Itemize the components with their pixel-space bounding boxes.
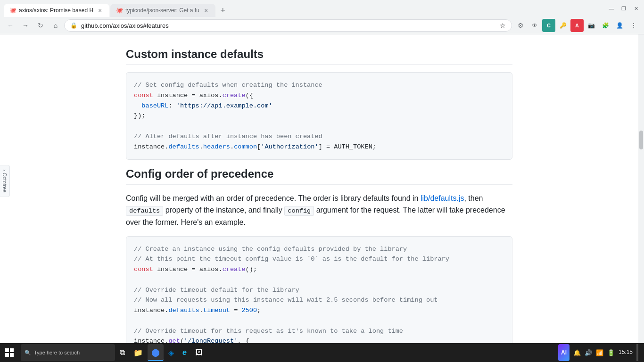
code-prop-4: common xyxy=(234,143,257,150)
browser-toolbar: ← → ↻ ⌂ 🔒 github.com/axios/axios#feature… xyxy=(0,17,644,34)
clock-time: 15:15 xyxy=(619,349,633,355)
para-text-1: Config will be merged with an order of p… xyxy=(126,194,421,202)
ext-icon-6[interactable]: 🧩 xyxy=(599,19,612,32)
scrollbar[interactable] xyxy=(638,34,644,355)
profile-button[interactable]: 👤 xyxy=(613,19,626,32)
tabs-area: 🐙 axios/axios: Promise based H ✕ 🐙 typic… xyxy=(4,4,607,17)
battery-icon: 🔋 xyxy=(607,349,615,355)
start-button[interactable] xyxy=(0,343,19,355)
search-icon: 🔍 xyxy=(25,350,31,355)
taskbar-vscode[interactable]: ◈ xyxy=(165,344,178,355)
window-controls: — ❐ ✕ xyxy=(607,4,640,16)
code2-kw-1: const xyxy=(134,266,153,273)
code2-cmt-3: // Override timeout default for the libr… xyxy=(134,287,299,294)
code2-cmt-4: // Now all requests using this instance … xyxy=(134,296,438,304)
code-pre-2: // Create an instance using the config d… xyxy=(134,244,504,355)
volume-icon[interactable]: 🔊 xyxy=(585,349,592,355)
ext-icon-1[interactable]: 👁 xyxy=(528,19,541,32)
browser-tab-1[interactable]: 🐙 axios/axios: Promise based H ✕ xyxy=(4,4,109,17)
para-text-2: , then xyxy=(464,194,483,202)
code2-cmt-1: // Create an instance using the config d… xyxy=(134,246,407,253)
code-block-2: // Create an instance using the config d… xyxy=(126,236,512,355)
code-pre-1: // Set config defaults when creating the… xyxy=(134,80,504,152)
code2-cmt-2: // At this point the timeout config valu… xyxy=(134,255,449,263)
code-cmt-2: // Alter defaults after instance has bee… xyxy=(134,133,322,140)
browser-tab-2[interactable]: 🐙 typicode/json-server: Get a fu ✕ xyxy=(110,4,215,17)
scrollbar-thumb[interactable] xyxy=(639,131,643,149)
taskbar: 🔍 Type here to search ⧉ 📁 ⬤ ◈ e 🖼 Ai 🔔 🔊… xyxy=(0,343,644,355)
code2-prop-2: timeout xyxy=(203,307,230,314)
section2-heading: Config order of precedence xyxy=(126,167,512,184)
code-line-1: // Set config defaults when creating the… xyxy=(134,82,322,89)
home-button[interactable]: ⌂ xyxy=(49,19,62,32)
address-text: github.com/axios/axios#features xyxy=(81,22,496,29)
ext-icon-4[interactable]: A xyxy=(570,19,584,32)
taskbar-ie[interactable]: e xyxy=(179,344,190,355)
bookmark-icon[interactable]: ☆ xyxy=(500,22,506,29)
taskbar-clock[interactable]: 15:15 xyxy=(619,349,633,355)
ext-icon-5[interactable]: 📷 xyxy=(585,19,598,32)
content-area: Custom instance defaults // Set config d… xyxy=(0,34,644,355)
code2-prop-1: defaults xyxy=(168,307,199,314)
section2-paragraph: Config will be merged with an order of p… xyxy=(126,192,512,229)
code-str-2: 'Authorization' xyxy=(261,143,318,150)
tab-2-title: typicode/json-server: Get a fu xyxy=(125,7,199,14)
toolbar-icons: ⚙ 👁 C 🔑 A 📷 🧩 👤 ⋮ xyxy=(514,19,640,32)
minimize-button[interactable]: — xyxy=(607,4,616,13)
tab-1-close-button[interactable]: ✕ xyxy=(96,7,104,14)
ext-icon-2[interactable]: C xyxy=(542,19,555,32)
chrome-icon: ⬤ xyxy=(151,348,160,355)
address-bar[interactable]: 🔒 github.com/axios/axios#features ☆ xyxy=(64,19,512,32)
task-view-icon: ⧉ xyxy=(120,348,125,355)
page-content: Custom instance defaults // Set config d… xyxy=(0,34,638,355)
lock-icon: 🔒 xyxy=(70,22,77,29)
taskbar-file-explorer[interactable]: 📁 xyxy=(130,344,147,355)
notification-icon[interactable]: 🔔 xyxy=(573,349,581,355)
menu-button[interactable]: ⋮ xyxy=(627,19,640,32)
octotree-tab[interactable]: › Octotree xyxy=(0,165,10,197)
back-button[interactable]: ← xyxy=(4,19,17,32)
tab-1-title: axios/axios: Promise based H xyxy=(19,7,93,14)
octotree-expand-icon: › xyxy=(2,170,8,172)
taskbar-right: Ai 🔔 🔊 📶 🔋 15:15 xyxy=(553,344,644,355)
taskbar-search-label: Type here to search xyxy=(34,350,80,355)
code-block-1: // Set config defaults when creating the… xyxy=(126,72,512,160)
taskbar-chrome[interactable]: ⬤ xyxy=(148,344,164,355)
windows-logo-icon xyxy=(5,348,14,355)
code-prop-2: defaults xyxy=(168,143,199,150)
ext-icon-3[interactable]: 🔑 xyxy=(556,19,570,32)
octotree-label: Octotree xyxy=(2,173,8,192)
tab-1-favicon: 🐙 xyxy=(9,7,16,14)
code2-num-1: 2500 xyxy=(241,307,257,314)
new-tab-button[interactable]: + xyxy=(216,4,230,17)
photos-icon: 🖼 xyxy=(195,348,203,355)
taskbar-search[interactable]: 🔍 Type here to search xyxy=(21,344,115,355)
browser-chrome: 🐙 axios/axios: Promise based H ✕ 🐙 typic… xyxy=(0,0,644,34)
para-text-3: property of the instance, and finally xyxy=(163,206,284,214)
taskbar-task-view[interactable]: ⧉ xyxy=(116,344,129,355)
show-desktop-button[interactable] xyxy=(636,344,638,355)
reload-button[interactable]: ↻ xyxy=(34,19,47,32)
github-content: Custom instance defaults // Set config d… xyxy=(107,48,531,355)
tab-2-close-button[interactable]: ✕ xyxy=(202,7,210,14)
code-prop-3: headers xyxy=(203,143,230,150)
ai-button[interactable]: Ai xyxy=(558,344,570,355)
config-code: config xyxy=(284,206,314,216)
code2-cmt-5: // Override timeout for this request as … xyxy=(134,328,403,335)
maximize-button[interactable]: ❐ xyxy=(619,4,628,13)
taskbar-photos[interactable]: 🖼 xyxy=(191,344,206,355)
code-prop-1: baseURL xyxy=(141,102,168,109)
forward-button[interactable]: → xyxy=(19,19,32,32)
code-fn-1: create xyxy=(223,92,246,99)
tab-2-favicon: 🐙 xyxy=(116,7,123,14)
lib-defaults-link[interactable]: lib/defaults.js xyxy=(421,194,464,202)
defaults-code: defaults xyxy=(126,206,163,216)
title-bar: 🐙 axios/axios: Promise based H ✕ 🐙 typic… xyxy=(0,0,644,17)
section1-heading: Custom instance defaults xyxy=(126,48,512,65)
network-icon[interactable]: 📶 xyxy=(596,349,603,355)
code2-fn-1: create xyxy=(223,266,246,273)
close-button[interactable]: ✕ xyxy=(632,4,640,13)
code-kw-1: const xyxy=(134,92,153,99)
extensions-button[interactable]: ⚙ xyxy=(514,19,527,32)
file-explorer-icon: 📁 xyxy=(133,348,143,355)
